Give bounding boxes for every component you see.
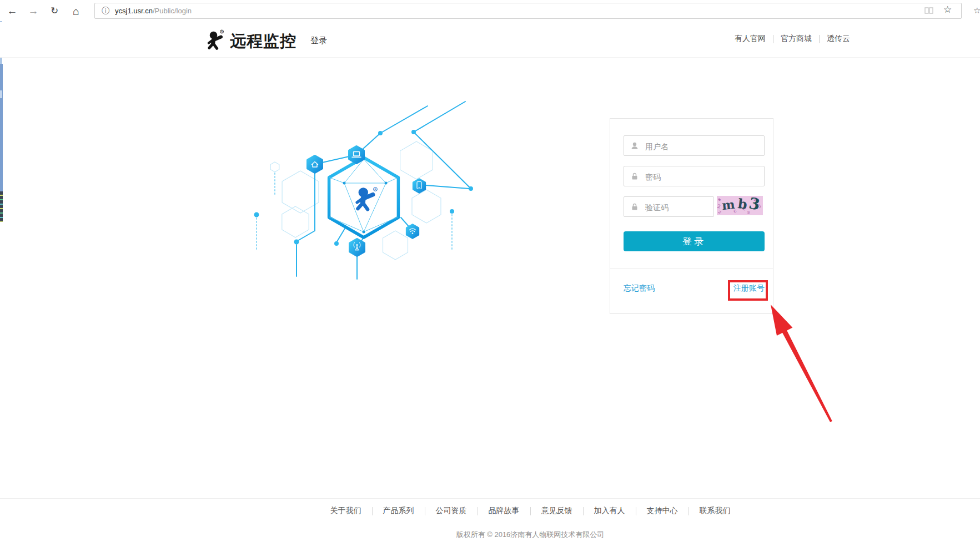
lock-icon (630, 202, 639, 211)
captcha-field-row (624, 196, 714, 217)
captcha-char: 3 (747, 196, 761, 214)
url-path[interactable]: /Public/login (153, 7, 192, 15)
screen-edge-strip-dark (0, 191, 3, 222)
captcha-char: m (721, 197, 736, 212)
password-field-row (624, 166, 765, 186)
browser-toolbar: ← → ↻ ⌂ ⓘ ycsj1.usr.cn/Public/login ☆ ☆ (0, 0, 980, 23)
back-icon[interactable]: ← (4, 3, 20, 19)
forward-icon[interactable]: → (26, 3, 41, 19)
svg-text:R: R (221, 30, 223, 33)
link-official-mall[interactable]: 官方商城 (773, 34, 819, 44)
user-icon (630, 141, 639, 150)
antenna-icon (356, 244, 358, 246)
favorite-star-icon[interactable]: ☆ (943, 4, 952, 16)
usr-person-logo-icon: R (205, 28, 227, 50)
iot-network-illustration: R (239, 97, 483, 286)
laptop-badge (349, 146, 364, 163)
link-usr-official-site[interactable]: 有人官网 (727, 34, 773, 44)
login-button[interactable]: 登录 (624, 231, 765, 251)
footer-link-support-center[interactable]: 支持中心 (636, 506, 688, 516)
username-input[interactable] (644, 136, 764, 156)
clipped-toolbar-icon: ☆ (973, 6, 980, 16)
address-bar[interactable]: ⓘ ycsj1.usr.cn/Public/login ☆ (94, 3, 962, 19)
link-transparent-cloud[interactable]: 透传云 (820, 34, 857, 44)
password-input[interactable] (644, 166, 764, 187)
browser-window: ← → ↻ ⌂ ⓘ ycsj1.usr.cn/Public/login ☆ ☆ … (0, 0, 980, 542)
home-badge (308, 156, 322, 173)
footer-link-contact-us[interactable]: 联系我们 (689, 506, 741, 516)
footer-link-product-series[interactable]: 产品系列 (373, 506, 425, 516)
svg-text:R: R (374, 188, 376, 191)
username-field-row (624, 135, 765, 156)
smartphone-icon (417, 182, 421, 189)
screen-edge-strip (0, 64, 3, 191)
copyright-text: 版权所有 © 2016济南有人物联网技术有限公司 (308, 530, 752, 540)
captcha-char: b (737, 196, 748, 212)
reading-view-icon[interactable] (924, 6, 934, 15)
site-logo[interactable]: R 远程监控 (205, 28, 296, 50)
captcha-image[interactable]: s 2 z c 2 2 5 s m b 3 (717, 196, 763, 215)
captcha-noise-char: z (717, 209, 722, 215)
home-icon (312, 162, 318, 168)
footer-divider (0, 498, 980, 499)
usr-person-mark: R (357, 188, 377, 210)
footer-link-about-us[interactable]: 关于我们 (320, 506, 372, 516)
screen-edge-notch (0, 90, 2, 98)
footer-link-join-usr[interactable]: 加入有人 (584, 506, 636, 516)
footer-link-company-qualifications[interactable]: 公司资质 (425, 506, 478, 516)
wifi-badge (407, 225, 419, 238)
url-host[interactable]: ycsj1.usr.cn (115, 7, 153, 15)
footer-link-brand-story[interactable]: 品牌故事 (478, 506, 530, 516)
annotation-arrow (0, 0, 980, 542)
card-divider (610, 268, 773, 269)
site-header: R 远程监控 登录 有人官网 官方商城 透传云 (0, 22, 980, 58)
captcha-input[interactable] (644, 197, 713, 217)
wifi-icon (410, 229, 416, 231)
refresh-icon[interactable]: ↻ (47, 3, 62, 19)
nav-login-tab[interactable]: 登录 (310, 36, 327, 46)
home-icon[interactable]: ⌂ (68, 3, 84, 19)
laptop-icon (354, 152, 360, 156)
login-card: s 2 z c 2 2 5 s m b 3 登录 忘记密码 注册账号 (610, 118, 773, 314)
header-links: 有人官网 官方商城 透传云 (727, 34, 857, 44)
footer-links: 关于我们 产品系列 公司资质 品牌故事 意见反馈 加入有人 支持中心 联系我们 (308, 506, 752, 516)
antenna-badge (350, 239, 364, 256)
logo-title: 远程监控 (230, 33, 296, 49)
forgot-password-link[interactable]: 忘记密码 (624, 283, 655, 293)
site-info-icon[interactable]: ⓘ (102, 6, 109, 16)
phone-badge (414, 179, 425, 193)
lock-icon (630, 172, 639, 181)
annotation-highlight-box (728, 280, 768, 301)
footer-link-feedback[interactable]: 意见反馈 (531, 506, 583, 516)
